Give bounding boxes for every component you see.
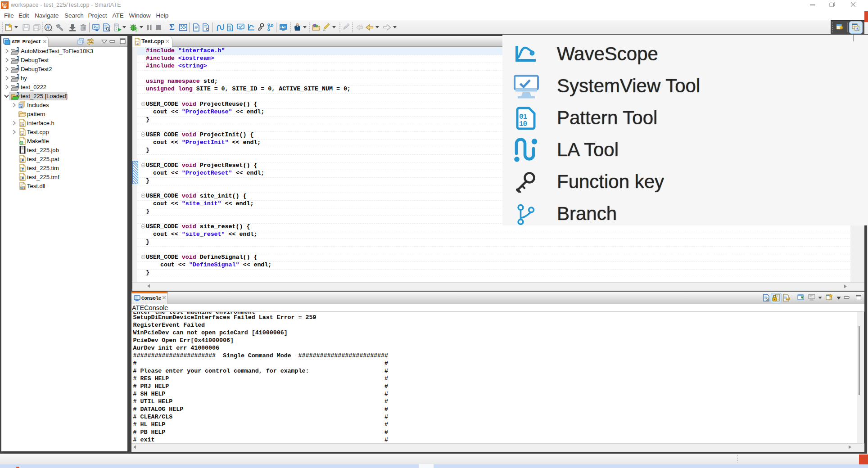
svg-text:.F: .F	[21, 176, 24, 180]
svg-text:010: 010	[20, 186, 25, 189]
svg-text:.c: .c	[136, 41, 139, 45]
svg-text:.c: .c	[21, 131, 24, 135]
svg-text:.P: .P	[21, 158, 24, 162]
svg-text:h: h	[20, 104, 22, 108]
svg-text:Σ: Σ	[169, 23, 175, 32]
svg-text:42: 42	[3, 4, 6, 7]
svg-text:10: 10	[519, 120, 527, 128]
svg-text:10: 10	[228, 28, 231, 31]
svg-text:.T: .T	[21, 167, 24, 171]
svg-text:A: A	[856, 27, 859, 31]
svg-text:.h: .h	[21, 122, 24, 126]
